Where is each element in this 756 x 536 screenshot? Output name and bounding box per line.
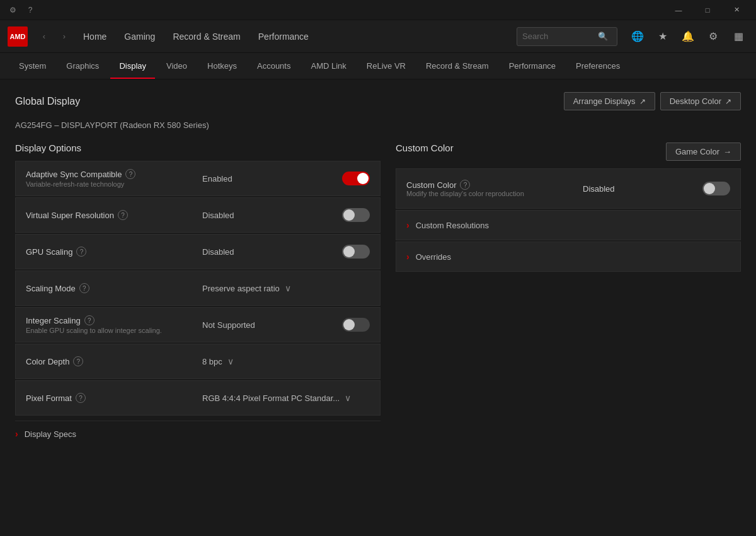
global-display-title: Global Display bbox=[15, 96, 80, 107]
pixel-format-help[interactable]: ? bbox=[76, 393, 86, 403]
custom-color-toggle[interactable] bbox=[702, 182, 730, 195]
search-input[interactable] bbox=[522, 32, 598, 41]
gpu-scaling-value: Disabled bbox=[202, 247, 234, 257]
custom-color-column: Custom Color Game Color → Custom Color ?… bbox=[396, 143, 741, 446]
scaling-mode-value-cell: Preserve aspect ratio ∨ bbox=[192, 276, 380, 301]
color-depth-help[interactable]: ? bbox=[73, 356, 83, 366]
color-depth-chevron-icon: ∨ bbox=[227, 356, 234, 366]
gpu-scaling-toggle[interactable] bbox=[342, 245, 370, 259]
color-depth-value: 8 bpc bbox=[202, 357, 222, 366]
vsr-value: Disabled bbox=[202, 211, 234, 220]
two-column-layout: Display Options Adaptive Sync Compatible… bbox=[15, 143, 741, 446]
pixel-format-row: Pixel Format ? RGB 4:4:4 Pixel Format PC… bbox=[15, 380, 381, 416]
nav-home[interactable]: Home bbox=[76, 20, 114, 53]
integer-scaling-value: Not Supported bbox=[202, 320, 255, 330]
bell-icon[interactable]: 🔔 bbox=[678, 26, 698, 47]
gpu-scaling-help[interactable]: ? bbox=[76, 247, 86, 257]
custom-resolutions-row[interactable]: › Custom Resolutions bbox=[396, 210, 741, 240]
custom-resolutions-chevron-icon: › bbox=[406, 220, 410, 230]
nav-icons: 🌐 ★ 🔔 ⚙ ▦ bbox=[627, 26, 748, 47]
tab-bar: System Graphics Display Video Hotkeys Ac… bbox=[0, 53, 756, 79]
nav-bar: AMD ‹ › Home Gaming Record & Stream Perf… bbox=[0, 20, 756, 53]
desktop-color-label: Desktop Color bbox=[670, 96, 721, 106]
scaling-mode-row: Scaling Mode ? Preserve aspect ratio ∨ bbox=[15, 271, 381, 306]
game-color-label: Game Color bbox=[675, 147, 719, 156]
vsr-toggle[interactable] bbox=[342, 208, 370, 222]
back-button[interactable]: ‹ bbox=[35, 28, 53, 45]
arrange-displays-button[interactable]: Arrange Displays ↗ bbox=[564, 92, 655, 110]
vsr-help[interactable]: ? bbox=[118, 210, 128, 220]
color-depth-value-cell: 8 bpc ∨ bbox=[192, 349, 380, 374]
tab-amd-link[interactable]: AMD Link bbox=[302, 54, 355, 79]
pixel-format-value: RGB 4:4:4 Pixel Format PC Standar... bbox=[202, 393, 340, 403]
adaptive-sync-sublabel: Variable-refresh-rate technology bbox=[26, 180, 182, 188]
scaling-mode-label-cell: Scaling Mode ? bbox=[16, 276, 192, 301]
pixel-format-label: Pixel Format ? bbox=[26, 393, 182, 403]
tab-graphics[interactable]: Graphics bbox=[57, 54, 108, 79]
custom-color-value-cell: Disabled bbox=[573, 174, 740, 203]
scaling-mode-help[interactable]: ? bbox=[79, 283, 89, 293]
tab-record-stream[interactable]: Record & Stream bbox=[417, 54, 498, 79]
tab-video[interactable]: Video bbox=[158, 54, 196, 79]
integer-scaling-toggle bbox=[342, 318, 370, 332]
color-depth-dropdown[interactable]: 8 bpc ∨ bbox=[202, 356, 234, 366]
grid-icon[interactable]: ▦ bbox=[728, 26, 748, 47]
adaptive-sync-label: Adaptive Sync Compatible ? bbox=[26, 169, 182, 179]
adaptive-sync-toggle[interactable] bbox=[342, 172, 370, 185]
gpu-scaling-label-cell: GPU Scaling ? bbox=[16, 239, 192, 264]
integer-scaling-row: Integer Scaling ? Enable GPU scaling to … bbox=[15, 307, 381, 342]
title-bar: ⚙ ? — □ ✕ bbox=[0, 0, 756, 20]
scaling-mode-label: Scaling Mode ? bbox=[26, 283, 182, 293]
vsr-label-cell: Virtual Super Resolution ? bbox=[16, 202, 192, 228]
window-controls: — □ ✕ bbox=[664, 0, 751, 20]
adaptive-sync-label-cell: Adaptive Sync Compatible ? Variable-refr… bbox=[16, 161, 192, 195]
desktop-color-button[interactable]: Desktop Color ↗ bbox=[660, 92, 741, 110]
display-specs-row[interactable]: › Display Specs bbox=[15, 421, 381, 446]
gpu-scaling-row: GPU Scaling ? Disabled bbox=[15, 234, 381, 269]
settings-icon[interactable]: ⚙ bbox=[703, 26, 723, 47]
custom-color-help[interactable]: ? bbox=[460, 180, 470, 190]
nav-record-stream[interactable]: Record & Stream bbox=[165, 20, 248, 53]
tab-accounts[interactable]: Accounts bbox=[248, 54, 299, 79]
close-button[interactable]: ✕ bbox=[722, 0, 751, 20]
search-box[interactable]: 🔍 bbox=[517, 27, 617, 46]
tab-preferences[interactable]: Preferences bbox=[567, 54, 629, 79]
vsr-value-cell: Disabled bbox=[192, 201, 380, 230]
forward-button[interactable]: › bbox=[55, 28, 73, 45]
overrides-row[interactable]: › Overrides bbox=[396, 242, 741, 272]
pixel-format-dropdown[interactable]: RGB 4:4:4 Pixel Format PC Standar... ∨ bbox=[202, 393, 351, 403]
game-color-button[interactable]: Game Color → bbox=[666, 143, 741, 161]
integer-scaling-help[interactable]: ? bbox=[84, 315, 94, 325]
adaptive-sync-value: Enabled bbox=[202, 174, 232, 184]
adaptive-sync-help[interactable]: ? bbox=[125, 169, 135, 179]
gpu-scaling-label: GPU Scaling ? bbox=[26, 247, 182, 257]
maximize-button[interactable]: □ bbox=[693, 0, 722, 20]
tab-relive-vr[interactable]: ReLive VR bbox=[358, 54, 415, 79]
tab-system[interactable]: System bbox=[10, 54, 55, 79]
tab-hotkeys[interactable]: Hotkeys bbox=[198, 54, 246, 79]
custom-color-header: Custom Color Game Color → bbox=[396, 143, 741, 161]
minimize-button[interactable]: — bbox=[664, 0, 693, 20]
desktop-color-link-icon: ↗ bbox=[725, 97, 731, 106]
global-display-header: Global Display Arrange Displays ↗ Deskto… bbox=[15, 92, 741, 110]
globe-icon[interactable]: 🌐 bbox=[627, 26, 648, 47]
tab-display[interactable]: Display bbox=[110, 54, 155, 79]
nav-gaming[interactable]: Gaming bbox=[117, 20, 163, 53]
pixel-format-value-cell: RGB 4:4:4 Pixel Format PC Standar... ∨ bbox=[192, 385, 380, 411]
nav-performance[interactable]: Performance bbox=[251, 20, 316, 53]
tab-performance[interactable]: Performance bbox=[500, 54, 564, 79]
arrange-displays-label: Arrange Displays bbox=[573, 96, 636, 106]
adaptive-sync-row: Adaptive Sync Compatible ? Variable-refr… bbox=[15, 161, 381, 196]
external-link-icon: ↗ bbox=[639, 97, 646, 106]
star-icon[interactable]: ★ bbox=[653, 26, 673, 47]
gpu-scaling-value-cell: Disabled bbox=[192, 237, 380, 266]
title-bar-left: ⚙ ? bbox=[5, 3, 38, 18]
scaling-mode-dropdown[interactable]: Preserve aspect ratio ∨ bbox=[202, 283, 291, 293]
vsr-label: Virtual Super Resolution ? bbox=[26, 210, 182, 220]
custom-color-value: Disabled bbox=[583, 184, 615, 194]
custom-color-setting-label-cell: Custom Color ? Modify the display's colo… bbox=[396, 172, 573, 205]
game-color-arrow-icon: → bbox=[723, 147, 731, 156]
pixel-format-label-cell: Pixel Format ? bbox=[16, 385, 192, 411]
scaling-mode-value: Preserve aspect ratio bbox=[202, 284, 280, 293]
search-icon: 🔍 bbox=[598, 32, 608, 41]
